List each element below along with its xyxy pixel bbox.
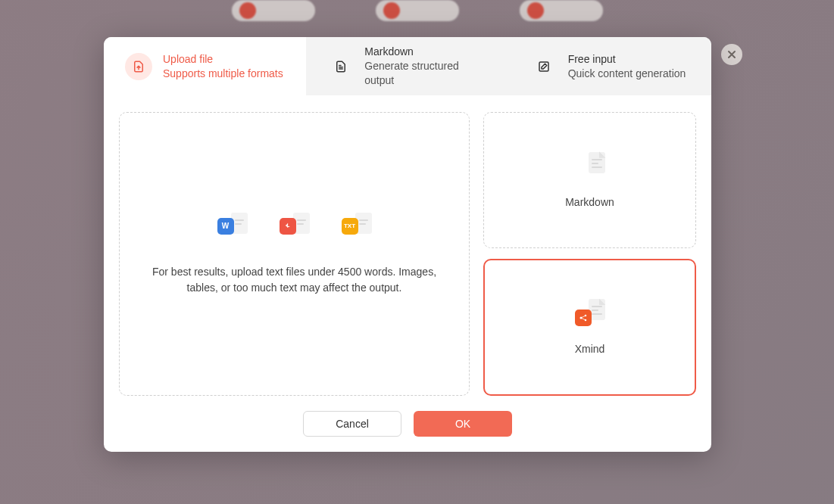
tab-markdown[interactable]: Markdown Generate structured output <box>306 37 508 95</box>
tab-upload-subtitle: Supports multiple formats <box>163 67 283 81</box>
markdown-icon <box>327 53 354 80</box>
tab-freeinput-subtitle: Quick content generation <box>568 67 686 81</box>
tab-bar: Upload file Supports multiple formats Ma… <box>104 37 711 95</box>
format-label-xmind: Xmind <box>575 343 605 355</box>
format-column: Markdown Xmind <box>483 112 696 396</box>
dialog-body: W TXT For best results, upload text file… <box>104 95 711 396</box>
import-dialog: Upload file Supports multiple formats Ma… <box>104 37 711 452</box>
format-card-xmind[interactable]: Xmind <box>483 259 696 397</box>
pdf-file-icon <box>280 213 310 238</box>
cancel-button[interactable]: Cancel <box>303 411 401 437</box>
upload-hint-text: For best results, upload text files unde… <box>150 264 439 296</box>
tab-upload-title: Upload file <box>163 52 283 67</box>
markdown-file-icon <box>575 152 605 184</box>
dialog-footer: Cancel OK <box>104 396 711 452</box>
free-input-icon <box>530 53 558 80</box>
supported-file-icons: W TXT <box>217 213 372 238</box>
tab-markdown-title: Markdown <box>364 45 487 59</box>
xmind-file-icon <box>575 299 605 331</box>
upload-file-icon <box>125 53 152 80</box>
format-card-markdown[interactable]: Markdown <box>483 112 696 248</box>
svg-rect-0 <box>539 62 548 71</box>
close-button[interactable] <box>721 44 742 65</box>
upload-dropzone[interactable]: W TXT For best results, upload text file… <box>119 112 470 396</box>
word-file-icon: W <box>217 213 248 238</box>
tab-markdown-subtitle: Generate structured output <box>364 59 487 88</box>
txt-file-icon: TXT <box>342 213 372 238</box>
close-icon <box>727 50 736 59</box>
ok-button[interactable]: OK <box>414 411 512 437</box>
tab-upload-file[interactable]: Upload file Supports multiple formats <box>104 37 306 95</box>
tab-freeinput-title: Free input <box>568 52 686 67</box>
svg-point-1 <box>579 317 582 319</box>
tab-free-input[interactable]: Free input Quick content generation <box>509 37 711 95</box>
format-label-markdown: Markdown <box>565 196 614 208</box>
